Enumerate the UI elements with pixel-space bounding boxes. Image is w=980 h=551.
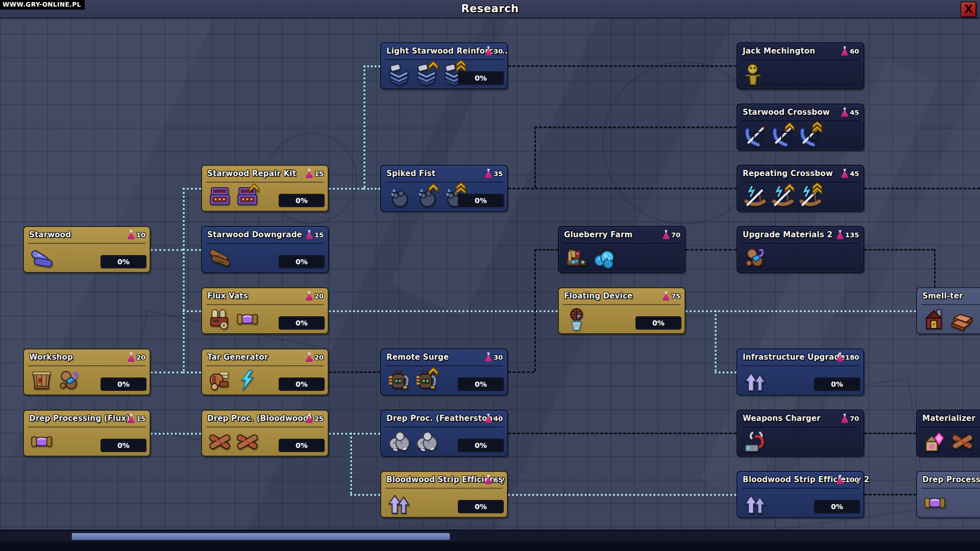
horizontal-scrollbar-thumb[interactable]	[71, 533, 450, 540]
research-cost: 15	[306, 169, 324, 178]
connection-line-active	[183, 188, 185, 371]
connection-line-active	[151, 433, 201, 435]
node-icons	[30, 246, 53, 269]
node-separator	[28, 427, 145, 428]
connection-line-active	[329, 188, 363, 190]
research-cost-value: 30	[494, 47, 503, 55]
research-flask-icon	[306, 353, 313, 362]
research-node-repeating-crossbow[interactable]: Repeating Crossbow45	[737, 165, 864, 212]
research-node-starwood-downgrade[interactable]: Starwood Downgrade150%	[201, 226, 329, 273]
upgrade-chevron-icon	[784, 182, 795, 195]
research-node-tar-generator[interactable]: Tar Generator200%	[201, 348, 329, 395]
research-cost-value: 15	[314, 231, 324, 239]
connection-line-active	[685, 310, 916, 312]
research-cost: 75	[663, 291, 680, 300]
research-node-infrastructure-upgrade[interactable]: Infrastructure Upgrade1800%	[737, 348, 864, 395]
title-bar: Research	[0, 0, 980, 19]
research-flask-icon	[841, 108, 848, 117]
research-screen: Research WWW.GRY-ONLINE.PL X Light Starw…	[0, 0, 980, 551]
progress-badge: 0%	[458, 71, 504, 85]
connection-line-active	[363, 65, 380, 67]
node-icons	[30, 430, 53, 453]
research-flask-icon	[837, 230, 844, 239]
connection-line-active	[715, 310, 717, 371]
progress-badge: 0%	[101, 378, 146, 391]
research-node-starwood-repair-kit[interactable]: Starwood Repair Kit150%	[201, 165, 329, 212]
research-node-workshop[interactable]: Workshop200%	[23, 348, 151, 395]
charger-icon	[744, 430, 767, 453]
research-node-bloodwood-strip-efficiency-2[interactable]: Bloodwood Strip Efficiency 21000%	[737, 471, 864, 518]
research-node-drep-proc-bloodwood[interactable]: Drep Proc. (Bloodwood)250%	[201, 410, 329, 457]
lightning-icon	[236, 369, 259, 392]
node-separator	[206, 365, 324, 366]
research-cost-value: 30	[494, 354, 503, 361]
progress-badge: 0%	[458, 439, 504, 452]
research-node-bloodwood-strip-efficiency[interactable]: Bloodwood Strip Efficiency650%	[380, 471, 508, 518]
research-node-starwood-crossbow[interactable]: Starwood Crossbow45	[737, 104, 864, 151]
node-separator	[563, 304, 680, 305]
research-node-smell-ter[interactable]: Smell-ter	[916, 287, 980, 334]
watermark: WWW.GRY-ONLINE.PL	[0, 0, 85, 10]
node-title: Flux Vats	[207, 291, 248, 300]
crossbow-icon	[744, 124, 767, 147]
upgrade-chevron-icon	[784, 121, 795, 134]
research-cost: 60	[841, 46, 859, 56]
research-flask-icon	[837, 353, 844, 362]
research-node-jack-mechington[interactable]: Jack Mechington60	[737, 42, 864, 89]
node-icons	[744, 63, 767, 86]
research-flask-icon	[837, 475, 844, 484]
crossbow-icon	[799, 124, 822, 147]
research-cost: 30	[485, 46, 503, 56]
research-node-drep-proc-featherstone[interactable]: Drep Proc. (Featherstone)400%	[380, 410, 508, 457]
research-node-spiked-fist[interactable]: Spiked Fist350%	[380, 165, 508, 212]
starwoodlogs-icon	[30, 246, 53, 269]
research-node-flux-vats[interactable]: Flux Vats200%	[201, 287, 329, 334]
crossbow-icon	[771, 124, 794, 147]
research-node-drep-processing-cut[interactable]: Drep Processing (B	[916, 471, 980, 518]
research-cost-value: 180	[845, 354, 859, 361]
research-cost: 10	[128, 230, 145, 239]
xlogs-icon	[236, 430, 259, 453]
node-icons	[387, 430, 438, 453]
research-node-weapons-charger[interactable]: Weapons Charger70	[737, 410, 864, 457]
research-flask-icon	[485, 46, 492, 56]
balloon-icon	[565, 308, 588, 331]
research-node-remote-surge[interactable]: Remote Surge300%	[380, 348, 508, 395]
smelter-icon	[923, 308, 946, 331]
research-node-materializer[interactable]: Materializer	[916, 410, 980, 457]
research-node-glueberry-farm[interactable]: Glueberry Farm70	[558, 226, 685, 273]
node-title: Drep Processing (Flux)	[29, 414, 130, 423]
connection-line-locked	[508, 188, 737, 189]
node-separator	[921, 488, 980, 489]
berries-icon	[593, 246, 616, 269]
research-flask-icon	[485, 353, 492, 362]
progress-badge: 0%	[458, 378, 504, 391]
node-icons	[387, 369, 438, 392]
close-button[interactable]: X	[961, 2, 976, 17]
horizontal-scrollbar-track[interactable]	[0, 530, 980, 542]
rcrossbow-icon	[799, 185, 822, 208]
node-separator	[921, 427, 980, 428]
research-cost: 45	[841, 108, 859, 117]
node-title: Tar Generator	[207, 353, 268, 362]
node-title: Floating Device	[564, 291, 632, 300]
research-cost: 100	[837, 475, 859, 484]
connection-line-locked	[508, 65, 737, 67]
research-node-starwood[interactable]: Starwood100%	[23, 226, 151, 273]
research-cost-value: 45	[850, 170, 859, 178]
stones-icon	[415, 430, 438, 453]
kit-icon	[236, 185, 259, 208]
rcrossbow-icon	[771, 185, 794, 208]
research-flask-icon	[306, 414, 313, 423]
node-icons	[744, 185, 822, 208]
node-icons	[744, 369, 767, 392]
node-separator	[742, 243, 859, 244]
research-node-light-starwood-reinforce[interactable]: Light Starwood Reinforce...300%	[380, 42, 508, 89]
crate-icon	[30, 369, 53, 392]
research-node-upgrade-materials-2[interactable]: Upgrade Materials 2135	[737, 226, 864, 273]
research-cost: 135	[837, 230, 859, 239]
research-node-floating-device[interactable]: Floating Device750%	[558, 287, 685, 334]
node-title: Drep Proc. (Bloodwood)	[207, 414, 312, 423]
research-node-drep-processing-flux[interactable]: Drep Processing (Flux)150%	[23, 410, 151, 457]
node-title: Spiked Fist	[386, 169, 435, 178]
